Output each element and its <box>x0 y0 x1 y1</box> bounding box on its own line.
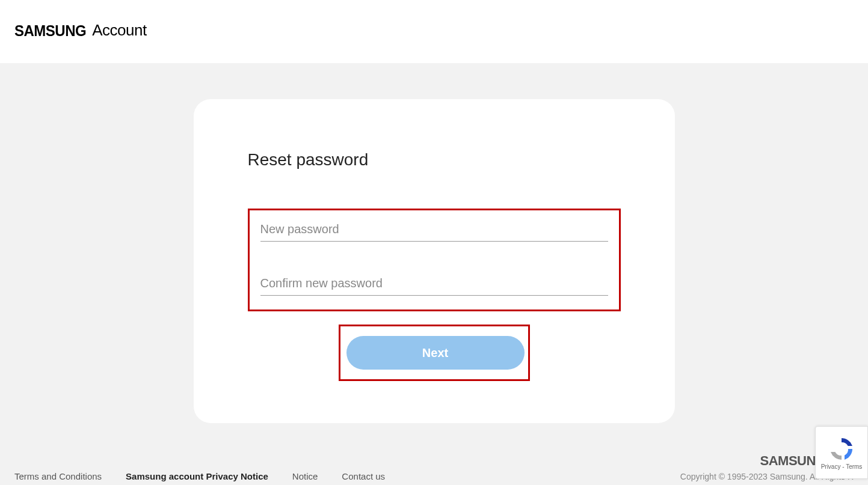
card-title: Reset password <box>248 150 621 169</box>
header: SAMSUNG Account <box>0 0 868 63</box>
recaptcha-icon <box>828 436 855 462</box>
new-password-input[interactable] <box>260 218 608 242</box>
button-highlight-box: Next <box>339 325 530 381</box>
samsung-wordmark: SAMSUNG <box>14 21 86 40</box>
next-button[interactable]: Next <box>346 336 525 370</box>
header-logo[interactable]: SAMSUNG Account <box>14 21 854 40</box>
new-password-field-wrapper <box>260 218 608 242</box>
footer-links: Terms and Conditions Samsung account Pri… <box>14 471 385 481</box>
footer-link-notice[interactable]: Notice <box>292 471 318 481</box>
footer: Terms and Conditions Samsung account Pri… <box>0 447 868 485</box>
confirm-password-input[interactable] <box>260 272 608 296</box>
recaptcha-links: Privacy - Terms <box>821 463 863 470</box>
main-area: Reset password Next Terms and Conditions… <box>0 63 868 485</box>
footer-link-terms[interactable]: Terms and Conditions <box>14 471 102 481</box>
reset-password-card: Reset password Next <box>194 99 675 423</box>
inputs-highlight-box <box>248 209 621 311</box>
footer-link-privacy[interactable]: Samsung account Privacy Notice <box>126 471 268 481</box>
recaptcha-badge[interactable]: Privacy - Terms <box>815 426 868 479</box>
recaptcha-privacy-link[interactable]: Privacy <box>821 463 841 470</box>
confirm-password-field-wrapper <box>260 272 608 296</box>
recaptcha-terms-link[interactable]: Terms <box>846 463 862 470</box>
footer-link-contact[interactable]: Contact us <box>342 471 385 481</box>
account-label: Account <box>92 21 146 40</box>
